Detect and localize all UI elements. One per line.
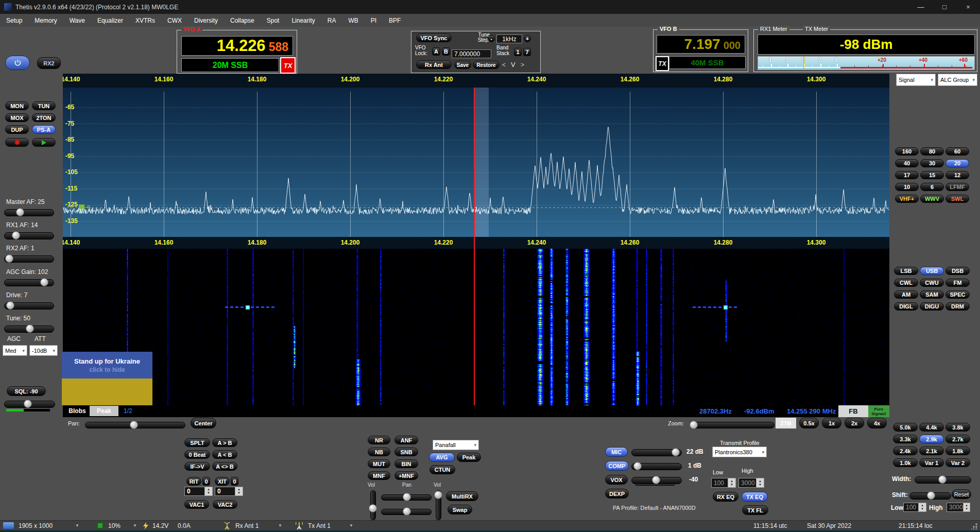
band-button-160[interactable]: 160 xyxy=(895,147,919,156)
shift-slider[interactable] xyxy=(909,492,951,500)
multirx-vol-slider[interactable] xyxy=(436,490,441,520)
transmit-profile-select[interactable]: Plantronics380▾ xyxy=(712,447,767,457)
chevron-down-icon[interactable]: ▼ xyxy=(133,523,137,528)
vfo-b-frequency-display[interactable]: 7.197 000 xyxy=(657,35,745,54)
tab-blobs[interactable]: Blobs xyxy=(66,406,89,416)
rx2-button[interactable]: RX2 xyxy=(37,57,61,69)
dsp-button-mut[interactable]: MUT xyxy=(368,459,390,468)
dsp-button-mnf[interactable]: MNF xyxy=(368,471,390,480)
filter-button-4-4k[interactable]: 4.4k xyxy=(919,423,944,432)
band-button-10[interactable]: 10 xyxy=(895,183,919,191)
power-button[interactable] xyxy=(5,56,30,70)
rx1-vol-slider[interactable] xyxy=(370,490,376,520)
att-select[interactable]: -10dB▾ xyxy=(29,345,58,356)
status-tx-ant[interactable]: Tx Ant 1 xyxy=(308,522,331,529)
tab-peak[interactable]: Peak xyxy=(90,406,118,416)
mode-button-digl[interactable]: DIGL xyxy=(894,302,918,311)
spinner-arrows-icon[interactable]: ▲▼ xyxy=(963,503,970,511)
left-button-2ton[interactable]: 2TON xyxy=(32,113,56,122)
menu-item-bpf[interactable]: BPF xyxy=(389,17,401,24)
vfo-op-button-a-b[interactable]: A > B xyxy=(212,438,237,447)
filter-button-var-2[interactable]: Var 2 xyxy=(945,458,970,467)
comp-slider[interactable] xyxy=(631,463,682,470)
slider-master-af[interactable] xyxy=(4,209,54,216)
rit-button[interactable]: RIT xyxy=(186,477,201,486)
xit-button[interactable]: XIT xyxy=(215,477,230,486)
zoom-button-0-5x[interactable]: 0.5x xyxy=(799,418,819,428)
filter-button-2-9k[interactable]: 2.9k xyxy=(919,435,944,443)
slider-thumb[interactable] xyxy=(5,254,13,263)
filter-high-spinner[interactable]: 3000▲▼ xyxy=(947,503,970,512)
slider-agc-gain[interactable] xyxy=(4,279,54,286)
slider-rx1-af[interactable] xyxy=(4,232,54,239)
zoom-button-2x[interactable]: 2x xyxy=(845,418,864,428)
pure-signal-indicator[interactable]: PureSignal2 xyxy=(868,405,889,417)
dsp-button-nr[interactable]: NR xyxy=(368,436,390,444)
zoom-button-ztb[interactable]: ZTB xyxy=(776,418,796,428)
menu-item-spot[interactable]: Spot xyxy=(267,17,280,24)
slider-thumb[interactable] xyxy=(26,324,34,333)
tab-page[interactable]: 1/2 xyxy=(124,407,132,415)
filter-button-2-4k[interactable]: 2.4k xyxy=(893,447,918,455)
menu-item-ra[interactable]: RA xyxy=(328,17,336,24)
band-button-40[interactable]: 40 xyxy=(895,159,919,167)
band-button-12[interactable]: 12 xyxy=(945,171,969,179)
multirx-button[interactable]: MultiRX xyxy=(446,491,478,501)
slider-drive[interactable] xyxy=(4,302,54,310)
menu-item-linearity[interactable]: Linearity xyxy=(291,17,315,24)
spinner-arrows-icon[interactable]: ▲▼ xyxy=(235,487,243,495)
band-button-15[interactable]: 15 xyxy=(920,171,944,179)
left-button-ps-a[interactable]: PS-A xyxy=(32,125,56,134)
menu-item-pi[interactable]: PI xyxy=(371,17,376,24)
tune-step-up-button[interactable]: + xyxy=(524,35,531,42)
close-button[interactable]: × xyxy=(956,0,980,14)
slider-thumb[interactable] xyxy=(40,278,48,286)
xit-zero-button[interactable]: 0 xyxy=(231,477,238,486)
mode-button-am[interactable]: AM xyxy=(894,290,918,299)
mode-button-cwu[interactable]: CWU xyxy=(920,279,944,287)
slider-thumb[interactable] xyxy=(6,301,14,310)
mode-button-usb[interactable]: USB xyxy=(920,267,944,275)
vfo-lock-b-button[interactable]: B xyxy=(442,47,450,56)
waterfall-display[interactable] xyxy=(63,249,889,405)
band-stack-7[interactable]: 7 xyxy=(523,48,531,56)
mode-button-spec[interactable]: SPEC xyxy=(945,290,970,299)
slider-rx2-af[interactable] xyxy=(4,255,54,263)
agc-select[interactable]: Med▾ xyxy=(3,345,27,356)
zoom-button-4x[interactable]: 4x xyxy=(867,418,887,428)
filter-button-2-1k[interactable]: 2.1k xyxy=(919,447,944,455)
dsp-button-nb[interactable]: NB xyxy=(368,448,390,456)
spinner-arrows-icon[interactable]: ▲▼ xyxy=(728,478,735,487)
menu-item-cwx[interactable]: CWX xyxy=(167,17,182,24)
slider-thumb[interactable] xyxy=(12,231,20,239)
vfo-op-button-a-b[interactable]: A < B xyxy=(212,450,237,459)
meter-group-select[interactable]: ALC Group▾ xyxy=(938,74,977,86)
mode-button-cwl[interactable]: CWL xyxy=(894,279,918,287)
rx-eq-button[interactable]: RX EQ xyxy=(713,492,738,502)
status-resolution[interactable]: 1905 x 1000 xyxy=(19,522,53,529)
meter-mode-select[interactable]: Signal▾ xyxy=(896,74,936,86)
vfo-op-button-if-v[interactable]: IF->V xyxy=(184,462,210,471)
filter-button-2-7k[interactable]: 2.7k xyxy=(945,435,970,443)
chevron-down-icon[interactable]: ▼ xyxy=(349,523,353,528)
spinner-arrows-icon[interactable]: ▲▼ xyxy=(756,478,764,487)
band-stack-1[interactable]: 1 xyxy=(514,48,522,56)
dsp-button-mnf[interactable]: +MNF xyxy=(394,471,418,480)
rx1-pan-slider[interactable] xyxy=(381,494,432,501)
zoom-button-1x[interactable]: 1x xyxy=(822,418,841,428)
slider-thumb[interactable] xyxy=(16,208,24,216)
slider-tune[interactable] xyxy=(4,325,54,333)
display-mode-select[interactable]: Panafall▾ xyxy=(433,440,479,450)
band-dropdown-button[interactable]: V xyxy=(511,61,515,68)
chevron-down-icon[interactable]: ▼ xyxy=(278,523,282,528)
menu-item-wave[interactable]: Wave xyxy=(70,17,85,24)
band-button-wwv[interactable]: WWV xyxy=(920,195,944,203)
band-button-6[interactable]: 6 xyxy=(920,183,944,191)
rit-zero-button[interactable]: 0 xyxy=(202,477,210,486)
vac1-button[interactable]: VAC1 xyxy=(184,500,209,509)
vox-slider[interactable] xyxy=(631,477,682,484)
vfo-lock-a-button[interactable]: A xyxy=(432,47,440,56)
pan-slider[interactable] xyxy=(85,422,185,428)
menu-item-diversity[interactable]: Diversity xyxy=(194,17,218,24)
record-button[interactable] xyxy=(5,138,29,147)
